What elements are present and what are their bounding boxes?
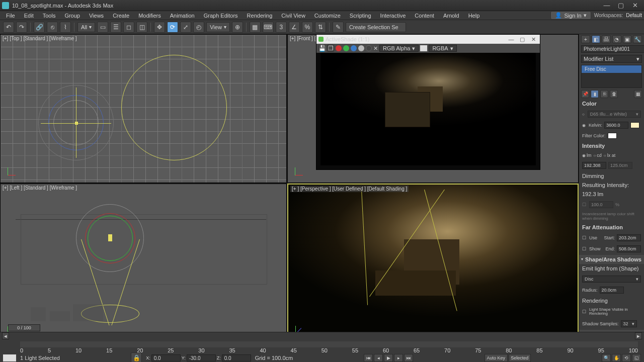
rotate-button[interactable]: ⟳ [167,22,178,33]
menu-create[interactable]: Create [109,12,133,19]
kelvin-radio[interactable] [582,123,587,128]
activeshade-max[interactable]: ▢ [518,36,527,43]
kelvin-swatch[interactable] [630,122,639,128]
menu-file[interactable]: File [2,12,19,19]
menu-content[interactable]: Content [411,12,438,19]
snap-toggle-button[interactable]: 3 [276,22,287,33]
maximize-button[interactable]: ▢ [614,2,628,9]
redo-button[interactable]: ↷ [16,22,27,33]
named-selection-button[interactable]: ✎ [333,22,344,33]
shape-dropdown[interactable]: Disc▾ [582,276,641,283]
angle-snap-button[interactable]: ∠ [289,22,300,33]
configure-modifier-sets-button[interactable]: ▦ [634,90,642,98]
menu-views[interactable]: Views [85,12,108,19]
spinner-snap-button[interactable]: ⇅ [315,22,326,33]
menu-graph-editors[interactable]: Graph Editors [200,12,242,19]
nav-orbit-button[interactable]: ⟲ [622,354,631,362]
viewport-top[interactable]: [+] [Top ] [Standard ] [Wireframe ] [0,34,287,183]
radius-input[interactable] [600,287,624,294]
menu-animation[interactable]: Animation [166,12,199,19]
menu-civil-view[interactable]: Civil View [277,12,309,19]
menu-scripting[interactable]: Scripting [346,12,375,19]
menu-help[interactable]: Help [464,12,484,19]
clear-button[interactable]: ✕ [373,45,378,52]
placement-button[interactable]: ◴ [193,22,204,33]
clone-button[interactable]: ❐ [327,45,334,52]
unlink-button[interactable]: ⎋ [47,22,58,33]
show-check[interactable] [582,246,587,251]
select-object-button[interactable]: ▭ [97,22,108,33]
dimming-check[interactable] [582,202,587,207]
activeshade-close[interactable]: ✕ [529,36,538,43]
hierarchy-tab[interactable]: 品 [602,35,611,43]
workspace-value[interactable]: Default [626,13,642,18]
display-tab[interactable]: ▣ [623,35,632,43]
motion-tab[interactable]: ◔ [612,35,621,43]
time-slider[interactable]: 0 / 100 [8,324,40,331]
y-input[interactable] [187,354,216,361]
object-name-input[interactable] [581,45,644,53]
keyboard-shortcut-button[interactable]: ⌨ [263,22,274,33]
autokey-button[interactable]: Auto Key [485,354,508,362]
window-crossing-button[interactable]: ◫ [136,22,147,33]
shadow-samples-dropdown[interactable]: 32▾ [621,320,637,327]
save-image-button[interactable]: 💾 [318,45,326,52]
timeline-left-button[interactable]: ◂ [2,332,9,339]
activeshade-window[interactable]: ActiveShade (1:1) — ▢ ✕ 💾 ❐ ✕ RGB Alpha▾… [316,34,540,170]
light-visible-check[interactable] [582,309,587,314]
pin-stack-button[interactable]: 📌 [581,90,589,98]
nav-pan-button[interactable]: ✋ [612,354,621,362]
goto-start-button[interactable]: ⏮ [364,354,373,362]
end-input[interactable] [617,245,641,252]
modifier-stack[interactable]: Free Disc [581,65,642,88]
minimize-button[interactable]: — [600,2,614,9]
intensity-value-input[interactable] [582,162,606,169]
play-button[interactable]: ▶ [384,354,393,362]
menu-arnold[interactable]: Arnold [439,12,463,19]
modify-tab[interactable]: ◧ [592,35,601,43]
next-frame-button[interactable]: ▸ [394,354,403,362]
alpha-channel-button[interactable] [358,45,364,51]
menu-customize[interactable]: Customize [310,12,345,19]
show-end-result-button[interactable]: ▮ [591,90,599,98]
modifier-list-dropdown[interactable]: Modifier List▾ [581,55,642,63]
intensity-lxat-radio[interactable]: lx at [604,153,615,158]
close-button[interactable]: ✕ [628,2,642,9]
utilities-tab[interactable]: 🔧 [633,35,642,43]
shape-area-section[interactable]: Shape/Area Shadows [579,255,644,264]
timeline-right-button[interactable]: ▸ [635,332,642,339]
stack-item-free-disc[interactable]: Free Disc [582,65,641,73]
make-unique-button[interactable]: ⎘ [600,90,608,98]
ref-coord-system[interactable]: View▾ [206,22,230,32]
lock-selection-button[interactable]: 🔒 [131,352,142,362]
menu-tools[interactable]: Tools [39,12,60,19]
menu-edit[interactable]: Edit [20,12,38,19]
scale-button[interactable]: ⤢ [180,22,191,33]
filter-color-swatch[interactable] [608,133,617,139]
intensity-cd-radio[interactable]: cd [594,153,602,158]
menu-interactive[interactable]: Interactive [376,12,410,19]
menu-rendering[interactable]: Rendering [243,12,277,19]
preset-radio[interactable] [582,112,586,117]
mono-channel-button[interactable] [366,45,372,51]
prev-frame-button[interactable]: ◂ [374,354,383,362]
selection-filter[interactable]: All▾ [77,22,95,32]
goto-end-button[interactable]: ⏭ [404,354,413,362]
move-button[interactable]: ✥ [154,22,165,33]
percent-snap-button[interactable]: % [302,22,313,33]
remove-modifier-button[interactable]: 🗑 [610,90,618,98]
kelvin-input[interactable] [604,122,628,129]
named-selection-set[interactable]: Create Selection Se [346,22,406,32]
create-tab[interactable]: + [581,35,590,43]
select-region-rect-button[interactable]: ◻ [123,22,134,33]
intensity-lm-radio[interactable]: lm [582,153,592,158]
viewport-label-top[interactable]: [+] [Top ] [Standard ] [Wireframe ] [3,36,77,41]
viewport-left[interactable]: [+] [Left ] [Standard ] [Wireframe ] [0,184,287,342]
viewport-label-perspective[interactable]: [+ ] [Perspective ] [User Defined ] [Def… [290,186,409,192]
z-input[interactable] [222,354,251,361]
nav-zoom-button[interactable]: 🔍 [602,354,611,362]
activeshade-titlebar[interactable]: ActiveShade (1:1) — ▢ ✕ [316,35,540,44]
use-pivot-button[interactable]: ⊕ [232,22,243,33]
link-button[interactable]: 🔗 [34,22,45,33]
use-check[interactable] [582,235,587,240]
